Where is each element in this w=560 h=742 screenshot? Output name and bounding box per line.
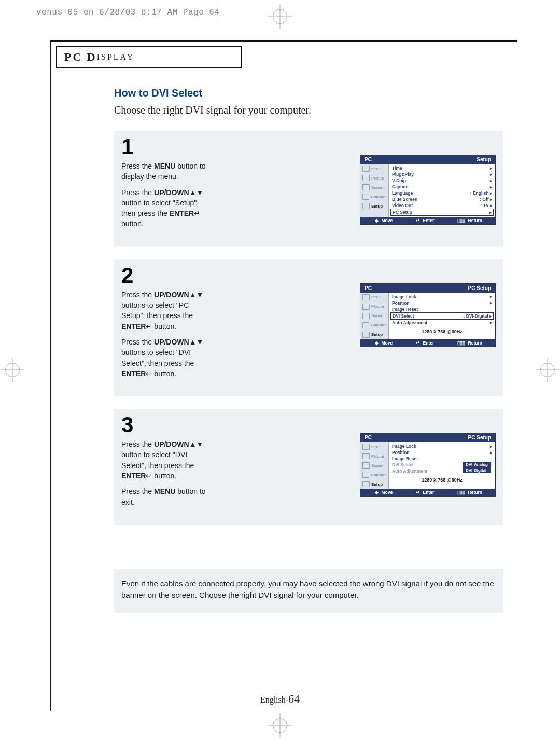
print-slug: venus-05-en 6/28/03 8:17 AM Page 64 [36,8,220,17]
step-3: 3 Press the UP/DOWN▲▼ button to select "… [114,409,503,525]
channel-icon [362,472,369,478]
osd-sidebar: Input Picture Sound Channel Setup [360,442,389,489]
osd-row-selected: DVI Select: DVI-Digital ▸ [390,312,494,320]
section-title: PC DISPLAY [56,46,242,68]
sound-icon [362,184,370,190]
osd-footer: ◆ Move ↵ Enter ▯▯▯ Return [360,217,495,224]
setup-icon [362,203,370,209]
osd-menu-1: PC Setup Input Picture Sound Channel Set… [360,155,496,225]
registration-mark-bottom [273,718,287,733]
page-heading: How to DVI Select [114,87,503,99]
setup-icon [362,481,370,487]
osd-crumb: PC Setup [468,435,491,441]
step-number: 3 [121,410,209,436]
step-3-p1: Press the UP/DOWN▲▼ button to select "DV… [121,439,209,481]
osd-crumb: Setup [477,157,491,162]
osd-list: Image Lock▸ Position▸ Image Reset DVI Se… [389,442,495,489]
osd-resolution: 1280 X 768 @60Hz [389,326,495,336]
step-number: 1 [121,132,209,158]
step-3-p2: Press the MENU button to exit. [121,486,209,507]
input-icon [362,166,370,172]
picture-icon [362,175,370,181]
osd-row-selected: PC Setup▸ [390,209,494,216]
page-footer: English-64 [0,692,560,706]
osd-list: Image Lock▸ Position▸ Image Reset DVI Se… [389,293,495,339]
osd-title: PC [365,285,372,291]
osd-title: PC [365,157,372,162]
page-frame-left [50,40,51,711]
setup-icon [362,332,370,338]
registration-mark-left [5,363,20,379]
intro-text: Choose the right DVI signal for your com… [114,104,503,116]
input-icon [362,444,370,450]
osd-sidebar: Input Picture Sound Channel Setup [360,293,389,339]
osd-crumb: PC Setup [468,285,491,291]
section-title-rest: ISPLAY [97,52,135,62]
note-block: Even if the cables are connected properl… [114,569,503,613]
osd-sidebar: Input Picture Sound Channel Setup [360,164,389,217]
osd-footer: ◆ Move ↵ Enter ▯▯▯ Return [360,489,495,496]
step-2-p2: Press the UP/DOWN▲▼ buttons to select "D… [121,337,209,379]
option-dvi-analog: DVI-Analog [463,462,491,468]
input-icon [362,294,370,300]
section-title-lead: PC D [64,50,97,64]
osd-menu-2: PC PC Setup Input Picture Sound Channel … [360,283,496,347]
registration-mark-right [540,363,555,379]
osd-menu-3: PC PC Setup Input Picture Sound Channel … [360,433,496,497]
channel-icon [362,194,369,200]
osd-footer: ◆ Move ↵ Enter ▯▯▯ Return [360,339,495,347]
picture-icon [362,304,370,310]
step-number: 2 [121,260,209,286]
step-1: 1 Press the MENU button to display the m… [114,131,503,247]
dvi-options: DVI-Analog DVI-Digital [463,462,491,473]
osd-row-dvi-select: DVI Select : DVI-Analog DVI-Digital [389,462,495,468]
osd-resolution: 1280 X 768 @60Hz [389,474,495,485]
step-1-p1: Press the MENU button to display the men… [121,161,209,182]
osd-list: Time▸ Plug&Play▸ V-Chip▸ Caption▸ Langua… [389,164,495,217]
step-1-p2: Press the UP/DOWN▲▼ button to select "Se… [121,187,209,229]
page-frame-top [50,40,517,42]
sound-icon [362,313,370,319]
sound-icon [362,462,370,469]
step-2: 2 Press the UP/DOWN▲▼ buttons to select … [114,259,503,396]
step-2-p1: Press the UP/DOWN▲▼ buttons to select "P… [121,290,209,332]
option-dvi-digital: DVI-Digital [463,468,491,473]
osd-title: PC [365,435,372,441]
picture-icon [362,453,370,459]
channel-icon [362,322,369,328]
registration-mark-top [273,9,287,24]
